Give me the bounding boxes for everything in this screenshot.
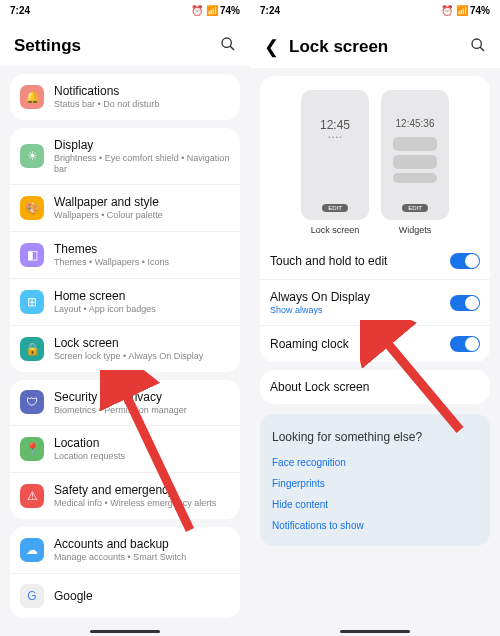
emergency-icon: ⚠ [20,484,44,508]
item-security[interactable]: 🛡 Security and privacyBiometrics • Permi… [10,380,240,426]
item-themes[interactable]: ◧ ThemesThemes • Wallpapers • Icons [10,231,240,278]
page-title: Settings [14,36,81,56]
toggle-roaming[interactable]: Roaming clock [260,325,490,362]
svg-point-4 [472,39,481,48]
tip-card: Looking for something else? Face recogni… [260,414,490,546]
svg-point-0 [222,38,231,47]
header: Settings [0,20,250,66]
home-icon: ⊞ [20,290,44,314]
link-fingerprints[interactable]: Fingerprints [260,473,490,494]
item-notifications[interactable]: 🔔 NotificationsStatus bar • Do not distu… [10,74,240,120]
status-time: 7:24 [10,5,30,16]
notifications-icon: 🔔 [20,85,44,109]
preview-widgets[interactable]: 12:45:36 EDIT Widgets [381,90,449,235]
about-lockscreen[interactable]: About Lock screen [260,370,490,404]
item-wallpaper[interactable]: 🎨 Wallpaper and styleWallpapers • Colour… [10,184,240,231]
item-lockscreen[interactable]: 🔒 Lock screenScreen lock type • Always O… [10,325,240,372]
themes-icon: ◧ [20,243,44,267]
status-right: ⏰ 📶 74% [191,5,240,16]
link-face[interactable]: Face recognition [260,452,490,473]
status-time: 7:24 [260,5,280,16]
display-icon: ☀ [20,144,44,168]
page-title: Lock screen [289,37,388,57]
item-safety[interactable]: ⚠ Safety and emergencyMedical info • Wir… [10,472,240,519]
switch[interactable] [450,253,480,269]
item-homescreen[interactable]: ⊞ Home screenLayout • App icon badges [10,278,240,325]
header: ❮ Lock screen [250,20,500,68]
nav-handle[interactable] [90,630,160,633]
item-accounts[interactable]: ☁ Accounts and backupManage accounts • S… [10,527,240,573]
tip-title: Looking for something else? [260,418,490,452]
location-icon: 📍 [20,437,44,461]
settings-pane: 7:24 ⏰ 📶 74% Settings 🔔 NotificationsSta… [0,0,250,636]
preview-card: 12:45 • • • • EDIT Lock screen 12:45:36 … [260,76,490,362]
preview-lockscreen[interactable]: 12:45 • • • • EDIT Lock screen [301,90,369,235]
settings-list: 🔔 NotificationsStatus bar • Do not distu… [0,74,250,618]
search-icon[interactable] [470,37,486,57]
link-notif[interactable]: Notifications to show [260,515,490,536]
status-right: ⏰ 📶 74% [441,5,490,16]
switch[interactable] [450,336,480,352]
accounts-icon: ☁ [20,538,44,562]
back-icon[interactable]: ❮ [264,36,279,58]
lockscreen-pane: 7:24 ⏰ 📶 74% ❮ Lock screen 12:45 • • • •… [250,0,500,636]
toggle-aod[interactable]: Always On DisplayShow always [260,279,490,325]
toggle-touch-hold[interactable]: Touch and hold to edit [260,243,490,279]
svg-line-1 [230,46,234,50]
lock-icon: 🔒 [20,337,44,361]
nav-handle[interactable] [340,630,410,633]
search-icon[interactable] [220,36,236,56]
shield-icon: 🛡 [20,390,44,414]
google-icon: G [20,584,44,608]
wallpaper-icon: 🎨 [20,196,44,220]
item-google[interactable]: G Google [10,573,240,618]
item-location[interactable]: 📍 LocationLocation requests [10,425,240,472]
status-bar: 7:24 ⏰ 📶 74% [0,0,250,20]
link-hide[interactable]: Hide content [260,494,490,515]
edit-button[interactable]: EDIT [322,204,348,212]
status-bar: 7:24 ⏰ 📶 74% [250,0,500,20]
item-display[interactable]: ☀ DisplayBrightness • Eye comfort shield… [10,128,240,185]
switch[interactable] [450,295,480,311]
svg-line-5 [480,47,484,51]
edit-button[interactable]: EDIT [402,204,428,212]
